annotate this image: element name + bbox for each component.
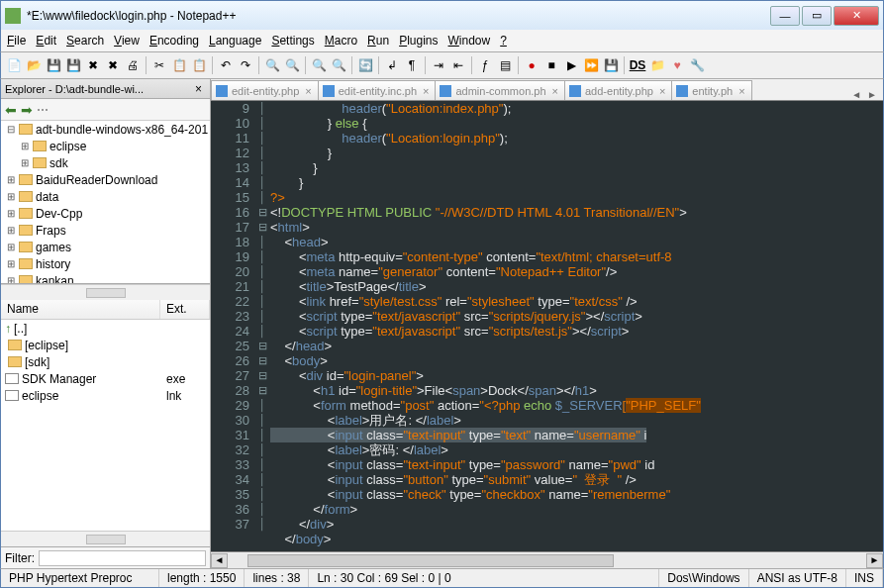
tree-row[interactable]: ⊞history (1, 255, 210, 272)
editor-hscrollbar[interactable]: ◄ ► (211, 551, 883, 568)
plugin-icon[interactable]: 🔧 (688, 56, 706, 74)
menu-view[interactable]: View (114, 34, 140, 48)
scroll-left-icon[interactable]: ◄ (211, 553, 228, 568)
menu-?[interactable]: ? (500, 34, 507, 48)
copy-icon[interactable]: 📋 (170, 56, 188, 74)
paste-icon[interactable]: 📋 (190, 56, 208, 74)
filter-input[interactable] (39, 550, 206, 566)
map-icon[interactable]: ▤ (496, 56, 514, 74)
editor-tab[interactable]: edit-entity.php× (211, 80, 319, 100)
editor-tab[interactable]: add-entity.php× (564, 80, 672, 100)
zoom-in-icon[interactable]: 🔍 (310, 56, 328, 74)
nav-back-icon[interactable]: ⬅ (5, 102, 17, 118)
undo-icon[interactable]: ↶ (217, 56, 235, 74)
func-list-icon[interactable]: ƒ (476, 56, 494, 74)
menu-search[interactable]: Search (66, 34, 104, 48)
chars-icon[interactable]: ¶ (403, 56, 421, 74)
tab-close-icon[interactable]: × (550, 85, 560, 97)
nav-more-icon[interactable]: ⋯ (37, 103, 49, 117)
tree-row[interactable]: ⊞kankan (1, 272, 210, 284)
close-button[interactable]: ✕ (834, 6, 879, 26)
list-item[interactable]: [sdk] (1, 353, 210, 370)
replace-icon[interactable]: 🔍 (283, 56, 301, 74)
tree-row[interactable]: ⊞eclipse (1, 138, 210, 154)
doc-switch-icon[interactable]: DS (629, 56, 646, 74)
tab-close-icon[interactable]: × (303, 85, 313, 97)
nav-fwd-icon[interactable]: ➡ (21, 102, 33, 118)
explorer-header: Explorer - D:\adt-bundle-wi... × (1, 79, 210, 99)
play-multi-icon[interactable]: ⏩ (582, 56, 600, 74)
col-ext[interactable]: Ext. (160, 300, 210, 319)
explorer-close-icon[interactable]: × (191, 82, 206, 96)
folder-tree[interactable]: ⊟adt-bundle-windows-x86_64-201⊞eclipse⊞s… (1, 121, 210, 284)
tree-row[interactable]: ⊟adt-bundle-windows-x86_64-201 (1, 121, 210, 138)
explorer-title: Explorer - D:\adt-bundle-wi... (5, 83, 144, 95)
find-icon[interactable]: 🔍 (263, 56, 281, 74)
scroll-right-icon[interactable]: ► (866, 553, 883, 568)
zoom-out-icon[interactable]: 🔍 (330, 56, 347, 74)
code-editor[interactable]: header("Location:index.php"); } else { h… (270, 101, 883, 551)
fav-icon[interactable]: ♥ (668, 56, 686, 74)
tab-close-icon[interactable]: × (657, 85, 667, 97)
new-file-icon[interactable]: 📄 (5, 56, 23, 74)
print-icon[interactable]: 🖨 (124, 56, 142, 74)
menu-file[interactable]: File (7, 34, 26, 48)
save-icon[interactable]: 💾 (45, 56, 62, 74)
tree-row[interactable]: ⊞games (1, 239, 210, 255)
record-icon[interactable]: ● (523, 56, 540, 74)
tree-scrollbar[interactable] (1, 284, 210, 300)
status-length: length : 1550 (159, 569, 245, 587)
save-macro-icon[interactable]: 💾 (602, 56, 620, 74)
status-insert: INS (846, 569, 883, 587)
list-item[interactable]: SDK Managerexe (1, 370, 210, 387)
list-item[interactable]: eclipselnk (1, 387, 210, 404)
status-lines: lines : 38 (245, 569, 309, 587)
close-all-icon[interactable]: ✖ (104, 56, 122, 74)
play-icon[interactable]: ▶ (562, 56, 580, 74)
tab-close-icon[interactable]: × (421, 85, 431, 97)
editor-tab[interactable]: edit-entity.inc.ph× (318, 80, 437, 100)
filter-label: Filter: (5, 551, 35, 565)
app-icon (5, 8, 21, 24)
menu-settings[interactable]: Settings (271, 34, 314, 48)
minimize-button[interactable]: — (770, 6, 800, 26)
close-icon[interactable]: ✖ (84, 56, 102, 74)
window-title: *E:\www\filedock\login.php - Notepad++ (27, 9, 770, 23)
editor-tab[interactable]: entity.ph× (671, 80, 751, 100)
explorer-icon[interactable]: 📁 (648, 56, 666, 74)
sync-icon[interactable]: 🔄 (356, 56, 374, 74)
maximize-button[interactable]: ▭ (802, 6, 832, 26)
redo-icon[interactable]: ↷ (237, 56, 254, 74)
menu-macro[interactable]: Macro (325, 34, 357, 48)
menu-edit[interactable]: Edit (36, 34, 56, 48)
stop-icon[interactable]: ■ (542, 56, 560, 74)
wrap-icon[interactable]: ↲ (383, 56, 401, 74)
list-item[interactable]: ↑[..] (1, 320, 210, 337)
menu-language[interactable]: Language (209, 34, 261, 48)
menu-window[interactable]: Window (448, 34, 491, 48)
list-item[interactable]: [eclipse] (1, 337, 210, 353)
tabs-right-icon[interactable]: ► (865, 89, 879, 100)
open-file-icon[interactable]: 📂 (25, 56, 43, 74)
tree-row[interactable]: ⊞sdk (1, 154, 210, 171)
tree-row[interactable]: ⊞Fraps (1, 222, 210, 239)
menu-run[interactable]: Run (367, 34, 389, 48)
tree-row[interactable]: ⊞BaiduReaderDownload (1, 171, 210, 188)
line-gutter[interactable]: 9101112131415161718192021222324252627282… (211, 101, 255, 551)
list-scrollbar[interactable] (1, 531, 210, 546)
tree-row[interactable]: ⊞Dev-Cpp (1, 205, 210, 222)
editor-tab[interactable]: admin-common.ph× (435, 80, 565, 100)
indent-icon[interactable]: ⇥ (430, 56, 447, 74)
menu-encoding[interactable]: Encoding (149, 34, 199, 48)
menu-plugins[interactable]: Plugins (399, 34, 438, 48)
tree-row[interactable]: ⊞data (1, 188, 210, 205)
tabs-left-icon[interactable]: ◄ (849, 89, 863, 100)
cut-icon[interactable]: ✂ (150, 56, 168, 74)
save-all-icon[interactable]: 💾 (64, 56, 82, 74)
fold-column[interactable]: │││││││⊟⊟│││││││⊟⊟⊟⊟│││││││││ (255, 101, 270, 551)
tab-close-icon[interactable]: × (737, 85, 746, 97)
statusbar: PHP Hypertext Preproc length : 1550 line… (0, 568, 884, 588)
col-name[interactable]: Name (1, 300, 160, 319)
status-position: Ln : 30 Col : 69 Sel : 0 | 0 (309, 569, 659, 587)
outdent-icon[interactable]: ⇤ (449, 56, 467, 74)
